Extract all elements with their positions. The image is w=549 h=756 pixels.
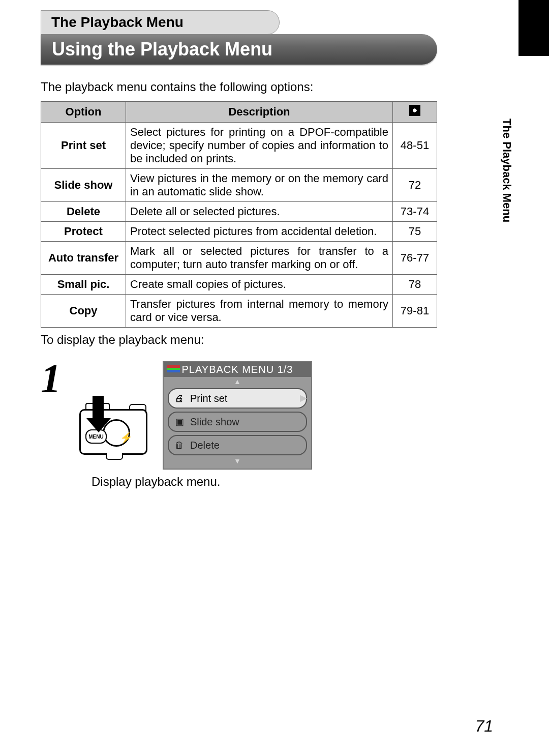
option-description: Create small copies of pictures. xyxy=(126,275,393,295)
option-page: 79-81 xyxy=(393,295,437,328)
step-number: 1 xyxy=(41,362,61,395)
lcd-item-label: Delete xyxy=(190,440,220,451)
option-description: Mark all or selected pictures for transf… xyxy=(126,242,393,275)
lcd-title: PLAYBACK MENU 1/3 xyxy=(164,362,311,377)
page-title-bar: Using the Playback Menu xyxy=(41,34,437,65)
lcd-item-icon: 🖨 xyxy=(174,393,185,404)
option-description: View pictures in the memory or on the me… xyxy=(126,169,393,202)
col-page-ref xyxy=(393,102,437,123)
page-ref-icon xyxy=(409,105,420,116)
breadcrumb-tab: The Playback Menu xyxy=(41,10,280,35)
lcd-item-icon: 🗑 xyxy=(174,440,185,451)
step-1: 1 MENU ⚡ PLAYBACK MENU 1/3 ▲ 🖨Print set▣… xyxy=(41,359,437,470)
flash-icon: ⚡ xyxy=(120,431,133,444)
option-name: Auto transfer xyxy=(41,242,126,275)
lcd-menu-item: 🖨Print set xyxy=(168,388,307,409)
page-title: Using the Playback Menu xyxy=(52,39,272,60)
option-name: Print set xyxy=(41,123,126,169)
table-row: Slide showView pictures in the memory or… xyxy=(41,169,437,202)
lcd-menu-item: ▣Slide show xyxy=(168,412,307,432)
side-section-label: The Playback Menu xyxy=(500,119,513,222)
table-row: Print setSelect pictures for printing on… xyxy=(41,123,437,169)
col-description: Description xyxy=(126,102,393,123)
table-row: CopyTransfer pictures from internal memo… xyxy=(41,295,437,328)
press-arrow-stem xyxy=(93,396,104,420)
lcd-item-label: Print set xyxy=(190,393,227,404)
table-row: Auto transferMark all or selected pictur… xyxy=(41,242,437,275)
option-page: 73-74 xyxy=(393,202,437,222)
option-page: 48-51 xyxy=(393,123,437,169)
page-number: 71 xyxy=(475,717,493,736)
table-row: DeleteDelete all or selected pictures.73… xyxy=(41,202,437,222)
option-description: Select pictures for printing on a DPOF-c… xyxy=(126,123,393,169)
breadcrumb-label: The Playback Menu xyxy=(51,14,184,31)
option-page: 72 xyxy=(393,169,437,202)
lcd-down-arrow-icon: ▼ xyxy=(168,458,307,464)
thumb-tab-top xyxy=(518,0,549,56)
option-page: 78 xyxy=(393,275,437,295)
col-option: Option xyxy=(41,102,126,123)
camera-bottom-tab xyxy=(106,453,123,460)
camera-diagram: MENU ⚡ xyxy=(76,400,147,456)
option-description: Transfer pictures from internal memory t… xyxy=(126,295,393,328)
option-name: Small pic. xyxy=(41,275,126,295)
option-page: 76-77 xyxy=(393,242,437,275)
press-arrow-head xyxy=(86,418,111,432)
lcd-item-icon: ▣ xyxy=(174,416,185,427)
table-row: Small pic.Create small copies of picture… xyxy=(41,275,437,295)
lcd-screenshot: PLAYBACK MENU 1/3 ▲ 🖨Print set▣Slide sho… xyxy=(163,361,312,470)
step-caption: Display playback menu. xyxy=(92,475,437,489)
page-content: The Playback Menu Using the Playback Men… xyxy=(41,0,437,501)
options-table: Option Description Print setSelect pictu… xyxy=(41,101,437,328)
option-page: 75 xyxy=(393,222,437,242)
intro-text: The playback menu contains the following… xyxy=(41,80,437,94)
option-description: Protect selected pictures from accidenta… xyxy=(126,222,393,242)
option-name: Delete xyxy=(41,202,126,222)
lcd-up-arrow-icon: ▲ xyxy=(168,379,307,385)
lcd-menu-item: 🗑Delete xyxy=(168,435,307,455)
option-name: Slide show xyxy=(41,169,126,202)
outro-text: To display the playback menu: xyxy=(41,333,437,347)
option-name: Copy xyxy=(41,295,126,328)
option-description: Delete all or selected pictures. xyxy=(126,202,393,222)
option-name: Protect xyxy=(41,222,126,242)
table-row: ProtectProtect selected pictures from ac… xyxy=(41,222,437,242)
lcd-item-label: Slide show xyxy=(190,416,239,428)
